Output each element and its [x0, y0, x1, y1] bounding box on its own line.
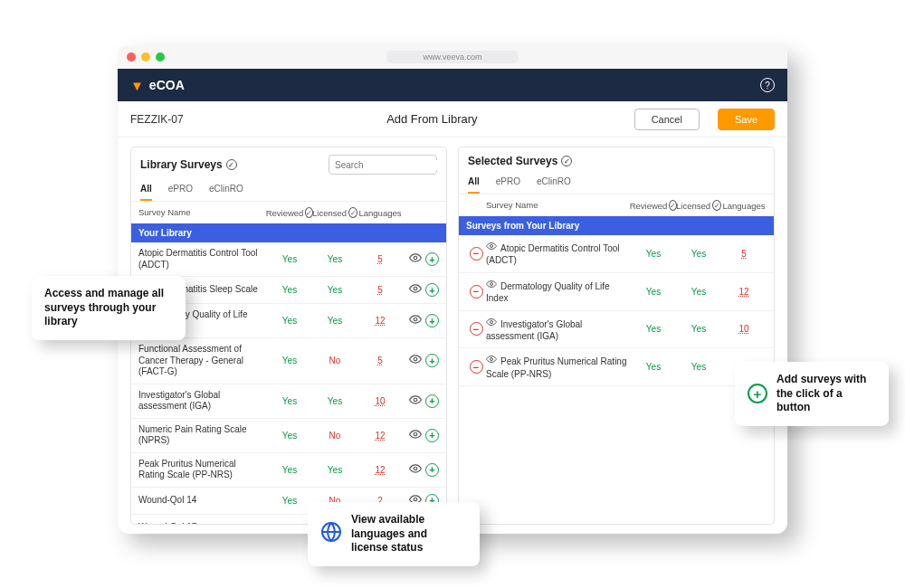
- survey-name: Wound-Qol 17: [138, 522, 267, 524]
- table-row: Functional Assessment of Cancer Therapy …: [131, 338, 446, 384]
- col-licensed: Licensed✓: [312, 207, 357, 218]
- info-icon[interactable]: ✓: [561, 156, 572, 166]
- library-title: Library Surveys ✓: [140, 158, 237, 171]
- tab-eclinro[interactable]: eClinRO: [209, 184, 243, 201]
- preview-icon[interactable]: [409, 251, 422, 267]
- tab-eclinro[interactable]: eClinRO: [537, 176, 571, 194]
- survey-name: Atopic Dermatitis Control Tool (ADCT): [486, 241, 631, 267]
- window-controls: [127, 52, 165, 62]
- languages-link[interactable]: 12: [357, 465, 403, 475]
- minimize-icon[interactable]: [141, 52, 150, 62]
- licensed-cell: Yes: [676, 324, 721, 334]
- add-button[interactable]: +: [425, 429, 439, 442]
- reviewed-cell: Yes: [631, 249, 676, 259]
- library-column-header: Survey Name Reviewed✓ Licensed✓ Language…: [131, 202, 446, 223]
- maximize-icon[interactable]: [156, 52, 165, 62]
- col-reviewed: Reviewed✓: [631, 200, 676, 211]
- cancel-button[interactable]: Cancel: [634, 109, 700, 130]
- preview-icon[interactable]: [486, 354, 497, 367]
- panels: Library Surveys ✓ All ePRO eClinRO: [118, 138, 787, 534]
- selected-tabs: All ePRO eClinRO: [459, 171, 774, 194]
- languages-link[interactable]: 10: [357, 396, 403, 406]
- licensed-cell: Yes: [312, 285, 357, 295]
- reviewed-cell: Yes: [267, 465, 312, 475]
- add-button[interactable]: +: [425, 354, 439, 367]
- tab-epro[interactable]: ePRO: [168, 184, 193, 201]
- table-row: Atopic Dermatitis Control Tool (ADCT)Yes…: [131, 242, 446, 277]
- reviewed-cell: Yes: [267, 396, 312, 406]
- svg-point-13: [491, 320, 493, 323]
- tab-all[interactable]: All: [140, 184, 152, 201]
- remove-button[interactable]: −: [470, 360, 483, 374]
- preview-icon[interactable]: [486, 279, 497, 292]
- preview-icon[interactable]: [486, 241, 497, 254]
- preview-icon[interactable]: [409, 428, 422, 443]
- licensed-cell: Yes: [312, 465, 357, 475]
- search-input[interactable]: [335, 160, 447, 170]
- remove-button[interactable]: −: [470, 322, 483, 336]
- licensed-cell: No: [312, 431, 357, 441]
- selected-column-header: Survey Name Reviewed✓ Licensed✓ Language…: [459, 194, 774, 216]
- callout-add: + Add surveys with the click of a button: [735, 362, 889, 426]
- col-languages: Languages: [721, 200, 767, 211]
- callout-languages: View available languages and license sta…: [308, 502, 480, 566]
- languages-link[interactable]: 10: [721, 324, 767, 334]
- add-button[interactable]: +: [425, 463, 439, 477]
- languages-link[interactable]: 5: [357, 285, 403, 295]
- reviewed-cell: Yes: [631, 287, 676, 297]
- preview-icon[interactable]: [409, 282, 422, 298]
- svg-point-14: [491, 358, 493, 361]
- table-row: −Investigator's Global assessment (IGA)Y…: [459, 311, 774, 349]
- col-survey-name: Survey Name: [138, 207, 267, 218]
- add-button[interactable]: +: [425, 283, 439, 297]
- add-button[interactable]: +: [425, 252, 439, 266]
- preview-icon[interactable]: [409, 313, 422, 328]
- licensed-cell: Yes: [676, 362, 721, 372]
- reviewed-cell: Yes: [267, 254, 312, 264]
- info-icon[interactable]: ✓: [226, 159, 237, 170]
- languages-link[interactable]: 12: [357, 316, 403, 326]
- selected-rows: −Atopic Dermatitis Control Tool (ADCT)Ye…: [459, 235, 774, 524]
- reviewed-cell: Yes: [267, 285, 312, 295]
- preview-icon[interactable]: [486, 317, 497, 330]
- selected-panel: Selected Surveys ✓ All ePRO eClinRO Surv…: [458, 147, 775, 525]
- languages-link[interactable]: 5: [357, 356, 403, 365]
- preview-icon[interactable]: [409, 394, 422, 409]
- remove-button[interactable]: −: [470, 285, 483, 299]
- add-button[interactable]: +: [425, 314, 439, 327]
- search-box[interactable]: [329, 155, 437, 175]
- languages-link[interactable]: 5: [721, 249, 767, 259]
- languages-link[interactable]: 12: [721, 287, 767, 297]
- close-icon[interactable]: [127, 52, 136, 62]
- svg-point-7: [414, 432, 417, 436]
- reviewed-cell: Yes: [267, 496, 312, 506]
- titlebar: www.veeva.com: [118, 45, 787, 69]
- save-button[interactable]: Save: [718, 109, 775, 130]
- add-button[interactable]: +: [425, 394, 439, 408]
- remove-button[interactable]: −: [470, 247, 483, 261]
- study-id: FEZZIK-07: [130, 113, 230, 126]
- preview-icon[interactable]: [409, 462, 422, 478]
- selected-group-header: Surveys from Your Library: [459, 216, 774, 235]
- tab-all[interactable]: All: [468, 176, 480, 194]
- survey-name: Wound-Qol 14: [138, 495, 267, 507]
- tab-epro[interactable]: ePRO: [496, 176, 520, 194]
- languages-link[interactable]: 12: [357, 431, 403, 441]
- licensed-cell: Yes: [676, 249, 721, 259]
- survey-name: Investigator's Global assessment (IGA): [486, 317, 631, 343]
- svg-point-5: [414, 358, 417, 362]
- info-icon[interactable]: ✓: [348, 207, 357, 218]
- info-icon[interactable]: ✓: [712, 200, 721, 211]
- sub-header: FEZZIK-07 Add From Library Cancel Save: [118, 101, 787, 138]
- col-languages: Languages: [357, 207, 403, 218]
- help-icon[interactable]: ?: [760, 78, 775, 92]
- svg-point-3: [414, 287, 417, 290]
- svg-point-11: [491, 245, 493, 248]
- library-title-text: Library Surveys: [140, 158, 223, 171]
- brand-name: eCOA: [149, 78, 185, 92]
- preview-icon[interactable]: [409, 353, 422, 368]
- table-row: −Dermatology Quality of Life IndexYesYes…: [459, 273, 774, 311]
- languages-link[interactable]: 5: [357, 254, 403, 264]
- reviewed-cell: Yes: [267, 523, 312, 525]
- survey-name: Peak Pruritus Numerical Rating Scale (PP…: [486, 354, 631, 380]
